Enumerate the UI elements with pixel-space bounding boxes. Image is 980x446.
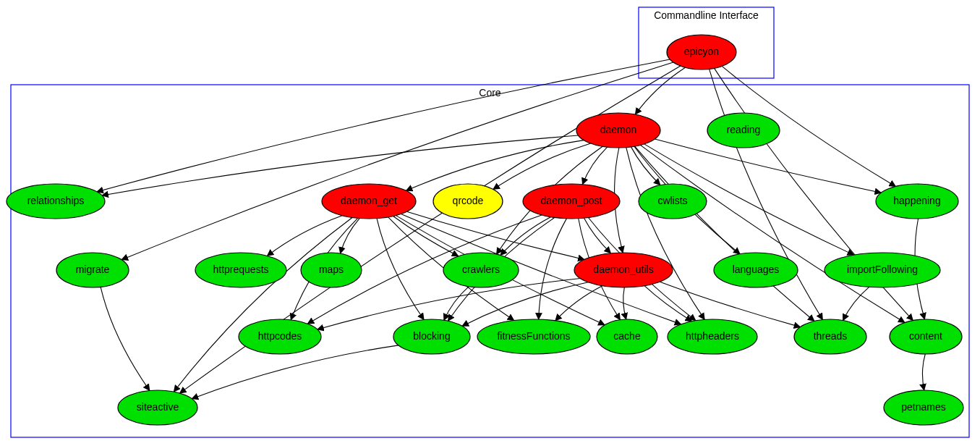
node-label-httpcodes: httpcodes	[258, 330, 302, 342]
node-qrcode: qrcode	[433, 184, 503, 219]
node-blocking: blocking	[393, 319, 470, 354]
node-label-epicyon: epicyon	[684, 46, 719, 57]
edge-daemon_utils-fitnessFunctions	[555, 286, 602, 321]
node-label-importFollowing: importFollowing	[847, 264, 918, 275]
node-label-migrate: migrate	[76, 264, 110, 275]
edge-migrate-siteactive	[101, 287, 150, 390]
node-cache: cache	[597, 319, 657, 354]
edge-epicyon-daemon	[635, 67, 685, 114]
node-label-daemon_utils: daemon_utils	[593, 264, 653, 275]
edge-epicyon-migrate	[122, 62, 673, 260]
node-crawlers: crawlers	[443, 253, 519, 287]
node-daemon_utils: daemon_utils	[574, 253, 673, 287]
dependency-graph: Commandline InterfaceCore epicyondaemonr…	[0, 0, 980, 446]
node-daemon: daemon	[576, 113, 660, 148]
node-httpcodes: httpcodes	[239, 319, 321, 354]
edge-daemon_get-httprequests	[267, 216, 342, 256]
node-languages: languages	[714, 253, 798, 287]
node-label-cwlists: cwlists	[657, 195, 687, 206]
edge-daemon_get-siteactive	[174, 217, 352, 392]
node-label-content: content	[909, 330, 942, 342]
edge-daemon-daemon_post	[582, 147, 607, 185]
edge-daemon-relationships	[102, 135, 578, 195]
node-daemon_get: daemon_get	[322, 184, 416, 219]
edge-daemon-cwlists	[631, 147, 660, 185]
node-label-languages: languages	[733, 264, 780, 275]
node-label-cache: cache	[613, 330, 641, 342]
node-reading: reading	[707, 113, 780, 148]
node-label-daemon: daemon	[600, 124, 637, 135]
edge-daemon_post-daemon_utils	[584, 218, 611, 253]
edge-daemon-happening	[655, 139, 881, 193]
node-label-qrcode: qrcode	[453, 195, 484, 206]
node-label-crawlers: crawlers	[462, 264, 500, 275]
node-fitnessFunctions: fitnessFunctions	[477, 319, 590, 354]
node-httprequests: httprequests	[195, 253, 286, 287]
node-threads: threads	[794, 319, 866, 354]
cluster-label-core: Core	[479, 87, 501, 98]
node-label-httpheaders: httpheaders	[686, 330, 739, 342]
node-epicyon: epicyon	[667, 35, 736, 70]
node-httpheaders: httpheaders	[668, 319, 757, 354]
edge-daemon_get-crawlers	[393, 216, 459, 256]
node-label-siteactive: siteactive	[137, 401, 179, 413]
node-label-daemon_post: daemon_post	[541, 195, 602, 206]
node-importFollowing: importFollowing	[825, 253, 940, 287]
node-cwlists: cwlists	[639, 184, 707, 219]
node-label-reading: reading	[727, 124, 761, 135]
node-label-maps: maps	[319, 264, 344, 275]
node-label-relationships: relationships	[27, 195, 85, 206]
node-migrate: migrate	[56, 253, 129, 287]
node-label-httprequests: httprequests	[213, 264, 268, 275]
node-label-threads: threads	[814, 330, 848, 342]
node-relationships: relationships	[7, 184, 105, 219]
node-happening: happening	[876, 184, 958, 219]
node-petnames: petnames	[884, 390, 963, 425]
edge-content-petnames	[922, 354, 925, 390]
cluster-label-cli: Commandline Interface	[654, 9, 759, 21]
edge-blocking-siteactive	[192, 345, 399, 399]
edge-crawlers-blocking	[444, 287, 469, 321]
edge-daemon_post-fitnessFunctions	[539, 219, 567, 319]
node-maps: maps	[301, 253, 362, 287]
node-label-daemon_get: daemon_get	[341, 195, 397, 206]
node-siteactive: siteactive	[118, 390, 197, 425]
edge-importFollowing-threads	[843, 287, 869, 320]
node-label-happening: happening	[893, 195, 940, 206]
edge-daemon_get-maps	[341, 219, 360, 254]
node-label-petnames: petnames	[901, 401, 945, 413]
edge-daemon-content	[640, 145, 904, 322]
edge-daemon-threads	[635, 146, 814, 321]
node-label-fitnessFunctions: fitnessFunctions	[497, 330, 570, 342]
node-content: content	[890, 319, 962, 354]
node-label-blocking: blocking	[413, 330, 450, 342]
node-daemon_post: daemon_post	[523, 184, 620, 219]
